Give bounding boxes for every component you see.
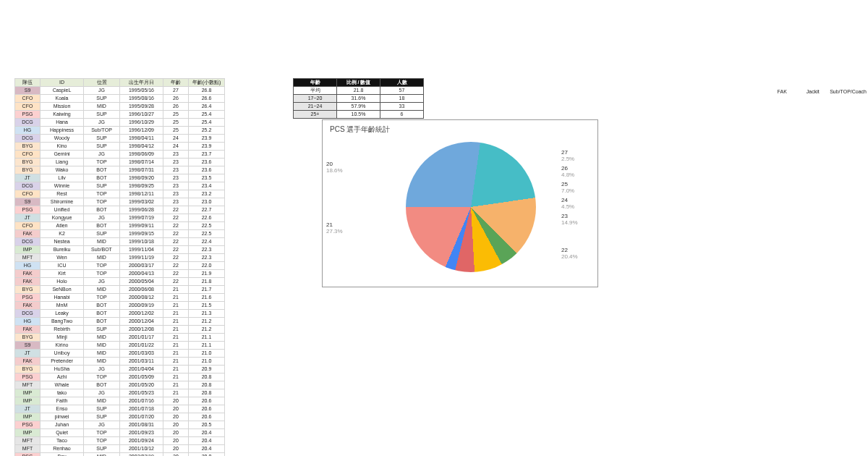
cell[interactable]: 2001/03/03 bbox=[120, 350, 163, 358]
cell[interactable]: HuSha bbox=[41, 366, 84, 373]
cell[interactable]: 23 bbox=[163, 166, 189, 174]
cell[interactable]: 1999/03/02 bbox=[120, 198, 163, 206]
cell[interactable]: SUP bbox=[84, 182, 120, 190]
cell[interactable]: CaspieL bbox=[41, 87, 84, 95]
cell[interactable]: 23 bbox=[163, 159, 189, 166]
cell[interactable]: SUP bbox=[84, 405, 120, 413]
cell[interactable]: TOP bbox=[84, 198, 120, 206]
cell[interactable]: 17~20 bbox=[294, 95, 337, 103]
cell[interactable]: BYG bbox=[15, 334, 41, 342]
table-row[interactable]: BYGSeNBonMID2000/06/082121.7 bbox=[15, 286, 225, 294]
cell[interactable]: 25.2 bbox=[189, 127, 225, 135]
cell[interactable]: 1998/04/12 bbox=[120, 143, 163, 151]
cell[interactable]: Woody bbox=[41, 135, 84, 143]
cell[interactable]: TOP bbox=[84, 270, 120, 278]
cell[interactable]: MID bbox=[84, 286, 120, 294]
cell[interactable]: 20.4 bbox=[189, 445, 225, 453]
cell[interactable]: 20.5 bbox=[189, 421, 225, 429]
cell[interactable]: K2 bbox=[41, 230, 84, 238]
cell[interactable]: 21.8 bbox=[337, 87, 380, 95]
cell[interactable]: DCG bbox=[15, 238, 41, 246]
col-header[interactable]: 比例 / 數值 bbox=[337, 79, 380, 87]
cell[interactable]: Unified bbox=[41, 206, 84, 214]
cell[interactable]: 21.3 bbox=[189, 310, 225, 318]
cell[interactable]: 20 bbox=[163, 413, 189, 421]
table-row[interactable]: 17~2031.6%18 bbox=[294, 95, 424, 103]
cell[interactable]: tako bbox=[41, 389, 84, 397]
col-header[interactable]: 位置 bbox=[84, 79, 120, 87]
table-row[interactable]: FAKMnMBOT2000/09/192121.5 bbox=[15, 302, 225, 310]
cell[interactable]: 20.9 bbox=[189, 366, 225, 373]
cell[interactable]: 33 bbox=[380, 103, 424, 111]
cell[interactable]: 20 bbox=[163, 397, 189, 405]
cell[interactable]: MID bbox=[84, 358, 120, 366]
cell[interactable]: 21 bbox=[163, 310, 189, 318]
cell[interactable]: JG bbox=[84, 214, 120, 222]
table-row[interactable]: FAKK2SUP1999/09/152222.5 bbox=[15, 230, 225, 238]
cell[interactable]: Koala bbox=[41, 95, 84, 103]
cell[interactable]: 23.9 bbox=[189, 135, 225, 143]
cell[interactable]: 2001/05/20 bbox=[120, 381, 163, 389]
cell[interactable]: 21.8 bbox=[189, 278, 225, 286]
cell[interactable]: Uniboy bbox=[41, 350, 84, 358]
cell[interactable]: TOP bbox=[84, 294, 120, 302]
cell[interactable]: HG bbox=[15, 127, 41, 135]
cell[interactable]: Atlen bbox=[41, 222, 84, 230]
cell[interactable]: 23.6 bbox=[189, 166, 225, 174]
cell[interactable]: Mission bbox=[41, 103, 84, 111]
cell[interactable]: 23.4 bbox=[189, 182, 225, 190]
cell[interactable]: HG bbox=[15, 318, 41, 326]
table-row[interactable]: HGICUTOP2000/03/172222.0 bbox=[15, 262, 225, 270]
cell[interactable]: 20 bbox=[163, 445, 189, 453]
cell[interactable]: 22 bbox=[163, 222, 189, 230]
cell[interactable]: Juhan bbox=[41, 421, 84, 429]
cell[interactable]: Hanabi bbox=[41, 294, 84, 302]
table-row[interactable]: PSGJuhanJG2001/08/312020.5 bbox=[15, 421, 225, 429]
cell[interactable]: SUP bbox=[84, 326, 120, 334]
cell[interactable]: 20.4 bbox=[189, 437, 225, 445]
cell[interactable]: Kirino bbox=[41, 342, 84, 350]
col-header[interactable]: 年齡(小數點) bbox=[189, 79, 225, 87]
table-row[interactable]: BYGLiangTOP1998/07/142323.6 bbox=[15, 159, 225, 166]
cell[interactable]: 21.1 bbox=[189, 334, 225, 342]
cell[interactable]: 20.8 bbox=[189, 381, 225, 389]
cell[interactable]: 21 bbox=[163, 286, 189, 294]
cell[interactable]: JG bbox=[84, 151, 120, 159]
cell[interactable]: Minji bbox=[41, 334, 84, 342]
cell[interactable]: BYG bbox=[15, 159, 41, 166]
cell[interactable]: 20 bbox=[163, 437, 189, 445]
cell[interactable]: BangTwo bbox=[41, 318, 84, 326]
table-row[interactable]: FAKPretenderMID2001/03/112121.0 bbox=[15, 358, 225, 366]
cell[interactable]: Kongyue bbox=[41, 214, 84, 222]
cell[interactable]: JT bbox=[15, 350, 41, 358]
cell[interactable]: FAK bbox=[15, 278, 41, 286]
table-row[interactable]: PSGBayMID2002/02/192020.0 bbox=[15, 453, 225, 457]
cell[interactable]: JG bbox=[84, 389, 120, 397]
cell[interactable]: FAK bbox=[15, 302, 41, 310]
table-row[interactable]: S9ShiromineTOP1999/03/022323.0 bbox=[15, 198, 225, 206]
cell[interactable]: Rebirth bbox=[41, 326, 84, 334]
cell[interactable]: Quiet bbox=[41, 429, 84, 437]
cell[interactable]: 25 bbox=[163, 119, 189, 127]
cell[interactable]: 2000/03/17 bbox=[120, 262, 163, 270]
cell[interactable]: 22.4 bbox=[189, 238, 225, 246]
table-row[interactable]: 21~2457.9%33 bbox=[294, 103, 424, 111]
cell[interactable]: Renhao bbox=[41, 445, 84, 453]
cell[interactable]: 20 bbox=[163, 421, 189, 429]
cell[interactable]: 1998/04/11 bbox=[120, 135, 163, 143]
cell[interactable]: BYG bbox=[15, 366, 41, 373]
cell[interactable]: BOT bbox=[84, 318, 120, 326]
cell[interactable]: Kaiwing bbox=[41, 111, 84, 119]
cell[interactable]: 21.0 bbox=[189, 358, 225, 366]
cell[interactable]: 22.5 bbox=[189, 222, 225, 230]
cell[interactable]: 1998/09/25 bbox=[120, 182, 163, 190]
cell[interactable]: 23.5 bbox=[189, 174, 225, 182]
cell[interactable]: CFO bbox=[15, 190, 41, 198]
table-row[interactable]: BYGMinjiMID2001/01/172121.1 bbox=[15, 334, 225, 342]
table-row[interactable]: MFTWenMID1999/11/192222.3 bbox=[15, 254, 225, 262]
table-row[interactable]: HGBangTwoBOT2000/12/042121.2 bbox=[15, 318, 225, 326]
table-row[interactable]: IMPFaithMID2001/07/162020.6 bbox=[15, 397, 225, 405]
cell[interactable]: 1999/10/18 bbox=[120, 238, 163, 246]
cell[interactable]: 57 bbox=[380, 87, 424, 95]
cell[interactable]: Sub/BOT bbox=[84, 246, 120, 254]
